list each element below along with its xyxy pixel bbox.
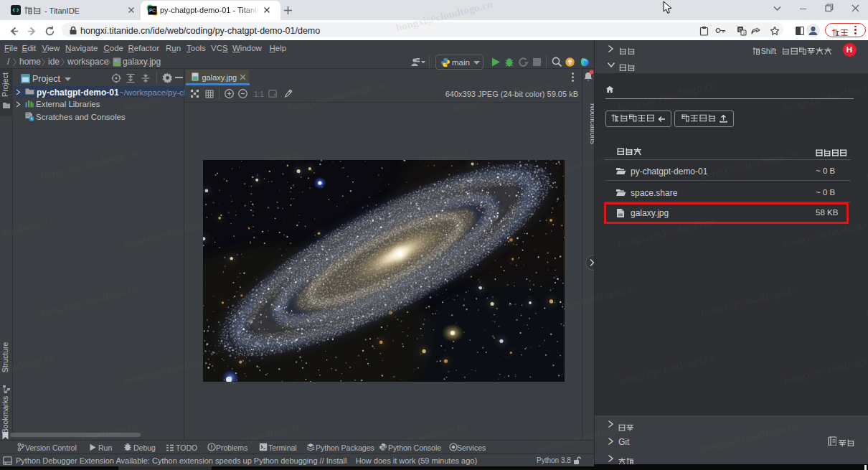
svg-text:PC: PC	[149, 8, 156, 13]
svg-text:文: 文	[742, 31, 747, 35]
svg-text:Shift: Shift	[761, 47, 776, 55]
